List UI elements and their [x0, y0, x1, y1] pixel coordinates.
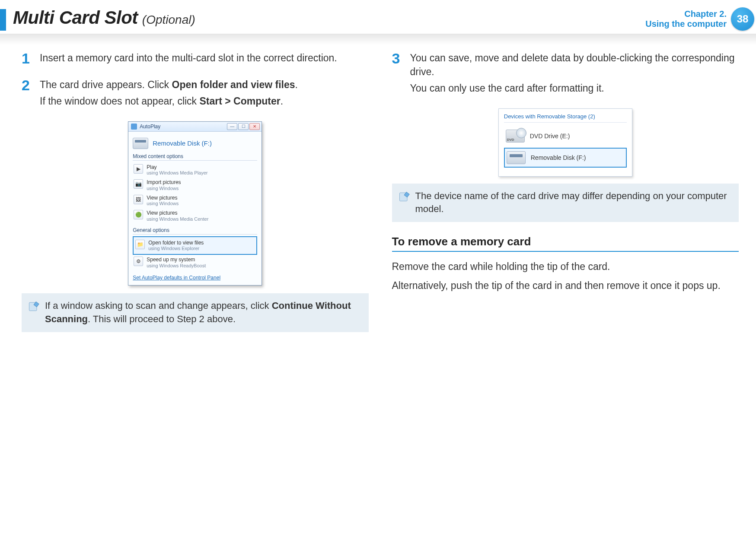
content-columns: 1 Insert a memory card into the multi-ca… — [0, 34, 756, 341]
step-body: The card drive appears. Click Open folde… — [40, 78, 298, 111]
left-column: 1 Insert a memory card into the multi-ca… — [22, 51, 369, 341]
media-center-icon: 🟢 — [134, 210, 143, 219]
autoplay-window: AutoPlay — ☐ ✕ Removable Disk (F:) Mixed… — [128, 121, 262, 285]
page-header: Multi Card Slot (Optional) Chapter 2. Us… — [0, 0, 756, 34]
chapter-line-2: Using the computer — [645, 19, 727, 29]
step-text: If the window does not appear, click Sta… — [40, 94, 298, 108]
dvd-drive-icon: DVD — [506, 130, 525, 143]
option-open-folder[interactable]: 📁 Open folder to view files using Window… — [133, 236, 257, 255]
option-view-pictures[interactable]: 🖼 View pictures using Windows — [133, 193, 257, 209]
group-mixed-label: Mixed content options — [133, 153, 257, 161]
step-number: 2 — [22, 78, 33, 111]
window-titlebar[interactable]: AutoPlay — ☐ ✕ — [128, 122, 262, 132]
device-removable-disk[interactable]: Removable Disk (F:) — [504, 148, 627, 168]
drive-icon — [133, 138, 148, 149]
option-play[interactable]: ▶ Play using Windows Media Player — [133, 162, 257, 178]
minimize-button[interactable]: — — [227, 123, 237, 130]
step-text: The card drive appears. Click Open folde… — [40, 78, 298, 92]
step-number: 1 — [22, 51, 33, 67]
chapter-text: Chapter 2. Using the computer — [645, 9, 727, 29]
step-text: You can save, move and delete data by do… — [410, 51, 739, 79]
device-dvd-drive[interactable]: DVD DVD Drive (E:) — [504, 127, 627, 145]
page-subtitle: (Optional) — [142, 13, 195, 27]
note-scan-change: If a window asking to scan and change ap… — [22, 293, 369, 332]
note-icon — [28, 300, 40, 312]
close-button[interactable]: ✕ — [249, 123, 260, 130]
window-title: AutoPlay — [140, 124, 160, 130]
note-text: The device name of the card drive may di… — [415, 190, 727, 215]
option-title: Speed up my system — [147, 257, 206, 263]
option-subtitle: using Windows Explorer — [148, 246, 204, 251]
option-subtitle: using Windows — [147, 186, 181, 191]
option-subtitle: using Windows — [147, 201, 179, 206]
picture-icon: 🖼 — [134, 195, 143, 204]
autoplay-icon — [131, 124, 137, 130]
play-icon: ▶ — [134, 164, 143, 174]
chapter-line-1: Chapter 2. — [645, 9, 727, 19]
option-import-pictures[interactable]: 📷 Import pictures using Windows — [133, 178, 257, 193]
option-title: Open folder to view files — [148, 240, 204, 246]
step-number: 3 — [392, 51, 403, 98]
devices-header: Devices with Removable Storage (2) — [504, 113, 627, 123]
device-label: Removable Disk (F:) — [531, 154, 586, 161]
option-title: View pictures — [147, 210, 208, 216]
step-body: Insert a memory card into the multi-card… — [40, 51, 337, 67]
option-view-pictures-mc[interactable]: 🟢 View pictures using Windows Media Cent… — [133, 208, 257, 224]
step-3: 3 You can save, move and delete data by … — [392, 51, 739, 98]
option-title: View pictures — [147, 195, 179, 201]
autoplay-defaults-link[interactable]: Set AutoPlay defaults in Control Panel — [133, 275, 257, 281]
window-body: Removable Disk (F:) Mixed content option… — [128, 132, 262, 285]
step-2: 2 The card drive appears. Click Open fol… — [22, 78, 369, 111]
chapter-block: Chapter 2. Using the computer 38 — [645, 7, 754, 31]
option-speed-up[interactable]: ⚙ Speed up my system using Windows Ready… — [133, 255, 257, 270]
right-column: 3 You can save, move and delete data by … — [392, 51, 739, 341]
camera-icon: 📷 — [134, 179, 143, 189]
step-text: You can only use the card after formatti… — [410, 81, 739, 95]
removable-disk-label: Removable Disk (F:) — [153, 140, 212, 147]
folder-icon: 📁 — [135, 240, 145, 249]
remove-text-1: Remove the card while holding the tip of… — [392, 260, 739, 274]
group-general-label: General options — [133, 227, 257, 235]
readyboost-icon: ⚙ — [134, 257, 143, 266]
title-accent-bar — [0, 9, 6, 31]
section-remove-title: To remove a memory card — [392, 235, 739, 252]
option-subtitle: using Windows Media Center — [147, 216, 208, 222]
removable-disk-icon — [507, 151, 526, 164]
window-controls: — ☐ ✕ — [227, 123, 260, 130]
step-text: Insert a memory card into the multi-card… — [40, 51, 337, 65]
option-subtitle: using Windows Media Player — [147, 170, 207, 176]
note-text: If a window asking to scan and change ap… — [45, 300, 351, 324]
maximize-button[interactable]: ☐ — [238, 123, 249, 130]
page-number-badge: 38 — [731, 7, 754, 31]
note-icon — [398, 190, 410, 203]
note-device-name: The device name of the card drive may di… — [392, 184, 739, 222]
remove-text-2: Alternatively, push the tip of the card … — [392, 279, 739, 293]
step-body: You can save, move and delete data by do… — [410, 51, 739, 98]
device-label: DVD Drive (E:) — [530, 133, 570, 140]
step-1: 1 Insert a memory card into the multi-ca… — [22, 51, 369, 67]
option-subtitle: using Windows ReadyBoost — [147, 263, 206, 269]
devices-panel: Devices with Removable Storage (2) DVD D… — [498, 108, 632, 177]
option-title: Import pictures — [147, 179, 181, 185]
removable-disk-header: Removable Disk (F:) — [133, 138, 257, 149]
page-title: Multi Card Slot — [13, 7, 138, 28]
title-wrap: Multi Card Slot (Optional) — [0, 7, 195, 31]
option-title: Play — [147, 164, 207, 170]
